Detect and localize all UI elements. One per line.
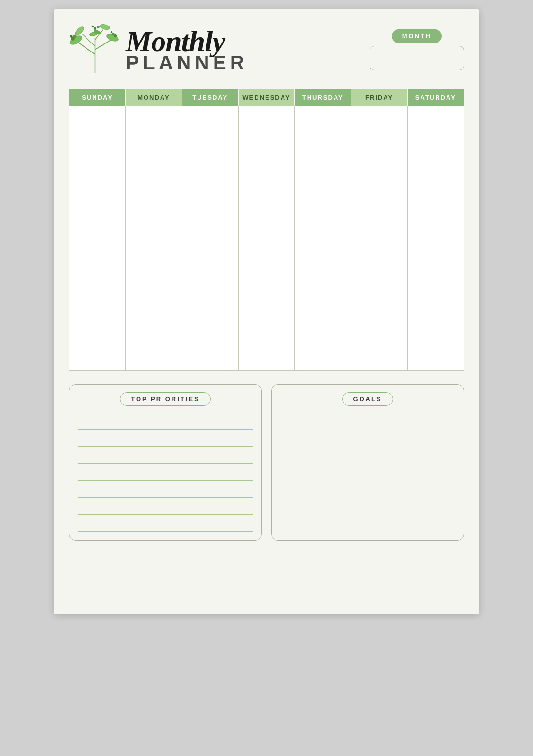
calendar-row [69,212,464,265]
calendar-row [69,159,464,212]
svg-point-17 [94,27,96,30]
calendar-cell[interactable] [407,106,464,159]
leaf-decoration-icon [69,24,121,76]
calendar-cell[interactable] [295,318,351,371]
calendar-cell[interactable] [238,265,294,318]
svg-point-13 [70,35,73,38]
calendar-cell[interactable] [126,318,182,371]
priorities-title: TOP PRIORITIES [120,392,211,406]
calendar-cell[interactable] [69,212,126,265]
svg-point-15 [112,33,115,35]
calendar-cell[interactable] [407,159,464,212]
svg-point-18 [97,26,100,28]
calendar-cell[interactable] [407,265,464,318]
calendar-cell[interactable] [126,265,182,318]
calendar-cell[interactable] [295,212,351,265]
calendar-cell[interactable] [351,159,407,212]
calendar-cell[interactable] [238,318,294,371]
calendar-cell[interactable] [295,265,351,318]
col-friday: FRIDAY [351,89,407,106]
svg-point-12 [73,35,76,38]
calendar-cell[interactable] [182,159,238,212]
calendar-cell[interactable] [69,159,126,212]
priority-line-3[interactable] [78,447,253,464]
calendar-cell[interactable] [295,159,351,212]
calendar-cell[interactable] [407,318,464,371]
calendar-header-row: SUNDAY MONDAY TUESDAY WEDNESDAY THURSDAY… [69,89,464,106]
col-tuesday: TUESDAY [182,89,238,106]
calendar-cell[interactable] [238,159,294,212]
priority-line-2[interactable] [78,430,253,447]
col-saturday: SATURDAY [407,89,464,106]
col-monday: MONDAY [126,89,182,106]
calendar-cell[interactable] [351,106,407,159]
priorities-lines[interactable] [78,412,253,532]
goals-box: GOALS [271,384,464,541]
col-wednesday: WEDNESDAY [238,89,294,106]
calendar-cell[interactable] [182,106,238,159]
calendar-cell[interactable] [182,212,238,265]
bottom-sections: TOP PRIORITIES GOALS [69,384,464,541]
col-sunday: SUNDAY [69,89,126,106]
calendar-cell[interactable] [351,212,407,265]
priority-line-4[interactable] [78,464,253,481]
calendar-cell[interactable] [126,106,182,159]
priority-line-5[interactable] [78,481,253,498]
calendar-cell[interactable] [238,106,294,159]
priorities-title-wrapper: TOP PRIORITIES [78,392,253,406]
svg-point-8 [99,24,111,31]
header: Monthly PLANNER MONTH [69,24,464,76]
month-section: MONTH [370,29,464,70]
goals-title-wrapper: GOALS [280,392,455,406]
calendar-row [69,318,464,371]
calendar-row [69,265,464,318]
calendar-cell[interactable] [126,212,182,265]
svg-point-16 [111,31,112,33]
priority-line-7[interactable] [78,515,253,532]
month-input-box[interactable] [370,46,464,70]
calendar-cell[interactable] [351,265,407,318]
top-priorities-box: TOP PRIORITIES [69,384,262,541]
goals-title: GOALS [342,392,393,406]
calendar-cell[interactable] [238,212,294,265]
calendar-cell[interactable] [407,212,464,265]
svg-point-19 [92,26,94,27]
calendar-row [69,106,464,159]
planner-subtitle: PLANNER [126,53,248,73]
month-badge: MONTH [392,29,442,43]
monthly-planner: Monthly PLANNER MONTH SUNDAY MONDAY TUES… [54,9,479,614]
calendar-cell[interactable] [69,318,126,371]
calendar-cell[interactable] [182,318,238,371]
calendar-cell[interactable] [69,106,126,159]
title-block: Monthly PLANNER [126,26,248,73]
calendar-cell[interactable] [351,318,407,371]
svg-line-2 [95,40,111,50]
calendar-cell[interactable] [126,159,182,212]
calendar-grid: SUNDAY MONDAY TUESDAY WEDNESDAY THURSDAY… [69,89,464,371]
calendar-cell[interactable] [182,265,238,318]
calendar-cell[interactable] [69,265,126,318]
col-thursday: THURSDAY [295,89,351,106]
calendar-cell[interactable] [295,106,351,159]
priority-line-1[interactable] [78,412,253,430]
priority-line-6[interactable] [78,498,253,515]
